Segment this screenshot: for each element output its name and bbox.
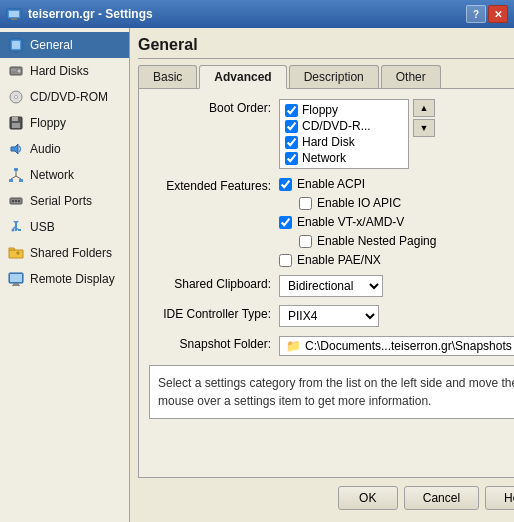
sidebar-item-remote-display[interactable]: Remote Display: [0, 266, 129, 292]
pae-label: Enable PAE/NX: [297, 253, 381, 267]
boot-item-dvd: CD/DVD-R...: [282, 118, 406, 134]
snapshot-row: 📁 C:\Documents...teiserron.gr\Snapshots …: [279, 335, 514, 357]
boot-floppy-label: Floppy: [302, 103, 338, 117]
snapshot-folder-label: Snapshot Folder:: [149, 335, 279, 351]
tab-other[interactable]: Other: [381, 65, 441, 89]
sidebar-item-usb[interactable]: USB: [0, 214, 129, 240]
snapshot-path-display: 📁 C:\Documents...teiserron.gr\Snapshots: [279, 336, 514, 356]
boot-network-label: Network: [302, 151, 346, 165]
tab-advanced[interactable]: Advanced: [199, 65, 286, 89]
svg-rect-33: [13, 283, 19, 285]
page-title: General: [138, 36, 514, 59]
io-apic-label: Enable IO APIC: [317, 196, 401, 210]
sidebar-item-general[interactable]: General: [0, 32, 129, 58]
svg-point-23: [15, 200, 17, 202]
boot-order-row: Boot Order: Floppy CD/DVD-R...: [149, 99, 514, 169]
svg-point-29: [12, 229, 15, 232]
audio-icon: [8, 141, 24, 157]
boot-down-button[interactable]: ▼: [413, 119, 435, 137]
svg-rect-15: [14, 168, 18, 171]
folder-icon: [8, 245, 24, 261]
boot-item-floppy: Floppy: [282, 102, 406, 118]
extended-features-content: Enable ACPI Enable IO APIC Enable VT-x/A…: [279, 177, 514, 267]
sidebar-label-shared-folders: Shared Folders: [30, 246, 112, 260]
harddisk-icon: [8, 63, 24, 79]
sidebar-item-harddisks[interactable]: Hard Disks: [0, 58, 129, 84]
snapshot-folder-content: 📁 C:\Documents...teiserron.gr\Snapshots …: [279, 335, 514, 357]
floppy-icon: [8, 115, 24, 131]
sidebar-label-floppy: Floppy: [30, 116, 66, 130]
close-button[interactable]: ✕: [488, 5, 508, 23]
svg-rect-32: [10, 274, 22, 282]
nested-paging-checkbox[interactable]: [299, 235, 312, 248]
help-button-bottom[interactable]: Help: [485, 486, 514, 510]
bottom-buttons: OK Cancel Help: [138, 478, 514, 514]
window-title: teiserron.gr - Settings: [28, 7, 153, 21]
display-icon: [8, 271, 24, 287]
svg-rect-16: [9, 179, 13, 182]
boot-order-list: Floppy CD/DVD-R... Hard Disk Networ: [279, 99, 409, 169]
acpi-checkbox[interactable]: [279, 178, 292, 191]
svg-rect-34: [12, 285, 20, 286]
sidebar-item-dvd[interactable]: CD/DVD-ROM: [0, 84, 129, 110]
main-container: General Hard Disks CD/DVD-RO: [0, 28, 514, 522]
sidebar-label-network: Network: [30, 168, 74, 182]
tab-description[interactable]: Description: [289, 65, 379, 89]
sidebar-label-harddisks: Hard Disks: [30, 64, 89, 78]
boot-network-checkbox[interactable]: [285, 152, 298, 165]
io-apic-checkbox[interactable]: [299, 197, 312, 210]
snapshot-path-text: C:\Documents...teiserron.gr\Snapshots: [305, 339, 512, 353]
io-apic-row: Enable IO APIC: [299, 196, 436, 210]
ok-button[interactable]: OK: [338, 486, 398, 510]
svg-rect-13: [12, 123, 20, 128]
svg-rect-17: [19, 179, 23, 182]
dvd-icon: [8, 89, 24, 105]
pae-checkbox[interactable]: [279, 254, 292, 267]
help-button[interactable]: ?: [466, 5, 486, 23]
svg-marker-14: [11, 144, 18, 154]
sidebar-label-remote-display: Remote Display: [30, 272, 115, 286]
boot-harddisk-checkbox[interactable]: [285, 136, 298, 149]
boot-floppy-checkbox[interactable]: [285, 104, 298, 117]
ide-controller-select[interactable]: PIIX3 PIIX4 ICH6: [279, 305, 379, 327]
extended-features-list: Enable ACPI Enable IO APIC Enable VT-x/A…: [279, 177, 436, 267]
tab-panel-advanced: Boot Order: Floppy CD/DVD-R...: [138, 88, 514, 478]
boot-order-content: Floppy CD/DVD-R... Hard Disk Networ: [279, 99, 514, 169]
boot-dvd-checkbox[interactable]: [285, 120, 298, 133]
ide-controller-row: IDE Controller Type: PIIX3 PIIX4 ICH6: [149, 305, 514, 327]
svg-line-19: [11, 176, 16, 179]
svg-point-24: [18, 200, 20, 202]
cancel-button[interactable]: Cancel: [404, 486, 479, 510]
acpi-row: Enable ACPI: [279, 177, 436, 191]
vtx-row: Enable VT-x/AMD-V: [279, 215, 436, 229]
sidebar-item-floppy[interactable]: Floppy: [0, 110, 129, 136]
content-area: General Basic Advanced Description Other…: [130, 28, 514, 522]
shared-clipboard-select[interactable]: Disabled Host to Guest Guest to Host Bid…: [279, 275, 383, 297]
pae-row: Enable PAE/NX: [279, 253, 436, 267]
info-box: Select a settings category from the list…: [149, 365, 514, 419]
nested-paging-row: Enable Nested Paging: [299, 234, 436, 248]
tab-basic[interactable]: Basic: [138, 65, 197, 89]
vtx-checkbox[interactable]: [279, 216, 292, 229]
snapshot-folder-icon: 📁: [286, 339, 301, 353]
boot-item-harddisk: Hard Disk: [282, 134, 406, 150]
svg-point-10: [15, 96, 17, 98]
title-bar: teiserron.gr - Settings ? ✕: [0, 0, 514, 28]
sidebar-item-serial[interactable]: Serial Ports: [0, 188, 129, 214]
sidebar-item-shared-folders[interactable]: Shared Folders: [0, 240, 129, 266]
sidebar-label-audio: Audio: [30, 142, 61, 156]
svg-point-22: [12, 200, 14, 202]
boot-arrows: ▲ ▼: [413, 99, 435, 137]
tabs-container: Basic Advanced Description Other: [138, 65, 514, 89]
vtx-label: Enable VT-x/AMD-V: [297, 215, 404, 229]
svg-rect-2: [11, 18, 17, 20]
boot-up-button[interactable]: ▲: [413, 99, 435, 117]
sidebar-item-network[interactable]: Network: [0, 162, 129, 188]
svg-rect-12: [12, 117, 18, 121]
svg-point-6: [18, 70, 21, 73]
acpi-label: Enable ACPI: [297, 177, 365, 191]
sidebar-item-audio[interactable]: Audio: [0, 136, 129, 162]
sidebar-label-general: General: [30, 38, 73, 52]
nested-paging-label: Enable Nested Paging: [317, 234, 436, 248]
general-icon: [8, 37, 24, 53]
